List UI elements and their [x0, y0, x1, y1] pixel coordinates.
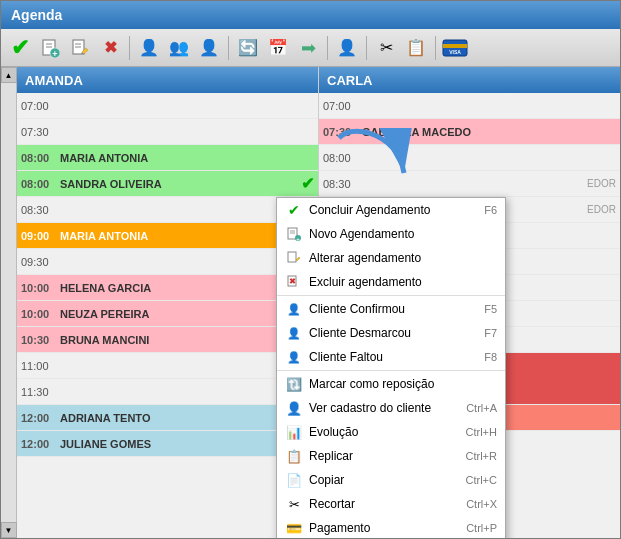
person-button[interactable]: 👤 [135, 34, 163, 62]
carla-header: CARLA [319, 67, 620, 93]
conclude-menu-item[interactable]: ✔ Concluir Agendamento F6 [277, 198, 505, 222]
reposition-icon: 🔃 [285, 375, 303, 393]
table-row[interactable]: 10:00 HELENA GARCIA [17, 275, 318, 301]
new-doc-button[interactable]: + [36, 34, 64, 62]
person-red-icon: 👤 [285, 324, 303, 342]
table-row[interactable]: 09:00 MARIA ANTONIA [17, 223, 318, 249]
person-green-icon: 👤 [285, 300, 303, 318]
cut-menu-item[interactable]: ✂ Recortar Ctrl+X [277, 492, 505, 516]
check-icon: ✔ [285, 201, 303, 219]
copy-menu-item[interactable]: 📄 Copiar Ctrl+C [277, 468, 505, 492]
new-doc-icon: + [285, 225, 303, 243]
client-confirmed-menu-item[interactable]: 👤 Cliente Confirmou F5 [277, 297, 505, 321]
table-row[interactable]: 08:00 SANDRA OLIVEIRA ✔ [17, 171, 318, 197]
forward-button[interactable]: ➡ [294, 34, 322, 62]
clipboard-button[interactable]: 📋 [402, 34, 430, 62]
evolution-icon: 📊 [285, 423, 303, 441]
person3-button[interactable]: 👤 [333, 34, 361, 62]
sep4 [366, 36, 367, 60]
scissors-button[interactable]: ✂ [372, 34, 400, 62]
scroll-down[interactable]: ▼ [1, 522, 17, 538]
content-area: ▲ ▼ AMANDA 07:00 07:30 08:00 M [1, 67, 620, 538]
view-person-icon: 👤 [285, 399, 303, 417]
table-row[interactable]: 10:30 BRUNA MANCINI [17, 327, 318, 353]
table-row: 08:30 EDOR [319, 171, 620, 197]
confirm-button[interactable]: ✔ [6, 34, 34, 62]
edit-button[interactable] [66, 34, 94, 62]
menu-divider2 [277, 370, 505, 371]
edit-doc-icon [285, 249, 303, 267]
delete-appointment-menu-item[interactable]: ✖ Excluir agendamento [277, 270, 505, 294]
replicate-menu-item[interactable]: 📋 Replicar Ctrl+R [277, 444, 505, 468]
toolbar: ✔ + ✖ 👤 👥 👤 [1, 29, 620, 67]
scrollbar[interactable]: ▲ ▼ [1, 67, 17, 538]
table-row[interactable]: 08:00 MARIA ANTONIA [17, 145, 318, 171]
svg-text:+: + [296, 236, 300, 241]
amanda-column: AMANDA 07:00 07:30 08:00 MARIA ANTONIA [17, 67, 319, 538]
table-row[interactable]: 12:00 JULIANE GOMES [17, 431, 318, 457]
client-missed-menu-item[interactable]: 👤 Cliente Faltou F8 [277, 345, 505, 369]
svg-rect-9 [443, 44, 467, 48]
reposition-menu-item[interactable]: 🔃 Marcar como reposição [277, 372, 505, 396]
svg-rect-17 [288, 252, 296, 262]
table-row: 11:30 [17, 379, 318, 405]
table-row: 07:00 [319, 93, 620, 119]
amanda-rows: 07:00 07:30 08:00 MARIA ANTONIA 08:00 SA… [17, 93, 318, 538]
amanda-header: AMANDA [17, 67, 318, 93]
table-row: 09:30 [17, 249, 318, 275]
payment-menu-item[interactable]: 💳 Pagamento Ctrl+P [277, 516, 505, 538]
delete-doc-icon: ✖ [285, 273, 303, 291]
table-row: 11:00 [17, 353, 318, 379]
edit-appointment-menu-item[interactable]: Alterar agendamento [277, 246, 505, 270]
table-row[interactable]: 12:00 ADRIANA TENTO [17, 405, 318, 431]
sep2 [228, 36, 229, 60]
main-window: Agenda ✔ + ✖ [0, 0, 621, 539]
table-row[interactable]: 07:30 GABRIELA MACEDO [319, 119, 620, 145]
context-menu: ✔ Concluir Agendamento F6 + Novo Agendam… [276, 197, 506, 538]
payment-icon: 💳 [285, 519, 303, 537]
sep3 [327, 36, 328, 60]
check-icon: ✔ [301, 174, 314, 193]
copy-icon: 📄 [285, 471, 303, 489]
table-row[interactable]: 10:00 NEUZA PEREIRA [17, 301, 318, 327]
sep1 [129, 36, 130, 60]
title-bar: Agenda [1, 1, 620, 29]
table-row: 08:00 [319, 145, 620, 171]
payment-button[interactable]: VISA [441, 34, 469, 62]
persons-button[interactable]: 👥 [165, 34, 193, 62]
view-client-menu-item[interactable]: 👤 Ver cadastro do cliente Ctrl+A [277, 396, 505, 420]
table-row: 07:00 [17, 93, 318, 119]
window-title: Agenda [11, 7, 62, 23]
refresh-button[interactable]: 🔄 [234, 34, 262, 62]
person2-button[interactable]: 👤 [195, 34, 223, 62]
svg-text:VISA: VISA [449, 49, 461, 55]
sep5 [435, 36, 436, 60]
cut-icon: ✂ [285, 495, 303, 513]
svg-text:+: + [52, 49, 57, 58]
person-orange-icon: 👤 [285, 348, 303, 366]
table-row: 08:30 [17, 197, 318, 223]
client-cancelled-menu-item[interactable]: 👤 Cliente Desmarcou F7 [277, 321, 505, 345]
delete-button[interactable]: ✖ [96, 34, 124, 62]
replicate-icon: 📋 [285, 447, 303, 465]
svg-text:✖: ✖ [289, 277, 296, 286]
menu-divider [277, 295, 505, 296]
table-row: 07:30 [17, 119, 318, 145]
calendar-button[interactable]: 📅 [264, 34, 292, 62]
new-appointment-menu-item[interactable]: + Novo Agendamento [277, 222, 505, 246]
scroll-up[interactable]: ▲ [1, 67, 17, 83]
evolution-menu-item[interactable]: 📊 Evolução Ctrl+H [277, 420, 505, 444]
